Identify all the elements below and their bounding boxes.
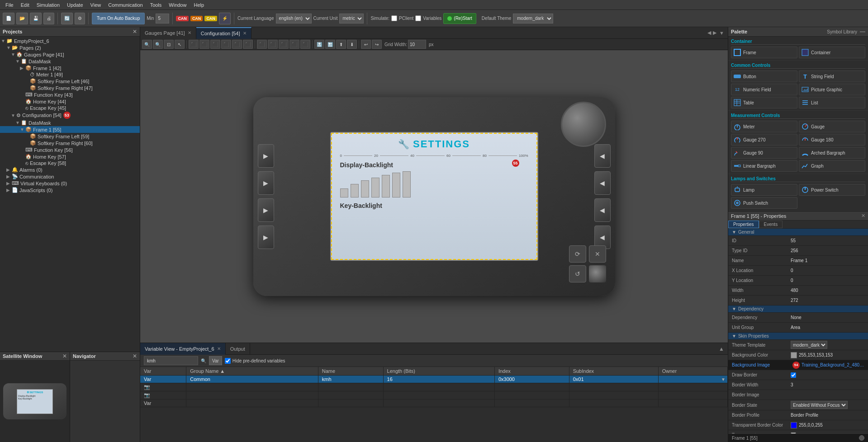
can-extra-button[interactable]: ⚡ (219, 13, 231, 24)
hide-predefined-checkbox[interactable] (225, 358, 231, 364)
menu-edit[interactable]: Edit (17, 1, 33, 9)
redo-button[interactable]: ↪ (372, 40, 382, 49)
palette-push-switch[interactable]: Push Switch (731, 197, 797, 209)
sk-left-1[interactable]: ▶ (258, 144, 274, 168)
tree-config-54[interactable]: ▼ ⚙ Configuration [54] 53 (0, 111, 140, 119)
palette-graph[interactable]: Graph (799, 160, 865, 172)
tree-pages[interactable]: ▼ 📂 Pages (2) (0, 44, 140, 51)
undo-button[interactable]: ↩ (361, 40, 371, 49)
tree-funckey-43[interactable]: ⌨ Function Key [43] (0, 91, 140, 98)
palette-container[interactable]: Container (799, 47, 865, 58)
zoom-in-button[interactable]: 🔍 (142, 40, 152, 49)
prop-group-skin[interactable]: ▼ Skin Properties (728, 333, 868, 340)
props-close[interactable]: ✕ (861, 213, 865, 219)
menu-view[interactable]: View (87, 1, 105, 9)
align-center[interactable]: ⬛ (199, 40, 209, 49)
move-forward[interactable]: ⬆ (336, 40, 346, 49)
tab-nav-next[interactable]: ▶ (713, 30, 716, 36)
new-button[interactable]: 📄 (3, 13, 14, 24)
btab-output[interactable]: Output (226, 343, 250, 355)
menu-update[interactable]: Update (63, 1, 86, 9)
tree-datamask-2[interactable]: ▼ 📋 DataMask (0, 119, 140, 126)
tab-configuration[interactable]: Configuration [54] ✕ (196, 27, 251, 39)
restart-button[interactable]: (Re)Start (443, 13, 476, 24)
symbol-library-tab[interactable]: Symbol Library (827, 29, 857, 34)
palette-table[interactable]: Table (731, 97, 797, 108)
icon-btn-3[interactable]: ↺ (569, 265, 586, 282)
distribute-h[interactable]: ⬛ (257, 40, 267, 49)
select-button[interactable]: ↖ (175, 40, 185, 49)
palette-list[interactable]: List (799, 97, 865, 108)
menu-window[interactable]: Window (165, 1, 190, 9)
tree-virtual-keyboards[interactable]: ▶ ⌨ Virtual Keyboards (0) (0, 180, 140, 187)
size-equal[interactable]: ⬛ (279, 40, 289, 49)
tree-homekey-44[interactable]: 🏠 Home Key [44] (0, 98, 140, 105)
move-back[interactable]: 🔚 (325, 40, 335, 49)
row-dropdown[interactable]: ▼ (721, 377, 726, 382)
bottom-expand[interactable]: ▲ (715, 346, 728, 352)
theme-select[interactable]: modern_dark (513, 14, 553, 24)
table-row[interactable]: Var (140, 400, 728, 407)
palette-lamp[interactable]: Lamp (731, 184, 797, 196)
prop-group-dependency[interactable]: ▼ Dependency (728, 306, 868, 313)
move-backward[interactable]: ⬇ (347, 40, 357, 49)
var-search-input[interactable] (144, 356, 198, 365)
tab-config-close[interactable]: ✕ (243, 31, 247, 36)
table-row[interactable]: 📷 (140, 391, 728, 400)
palette-gauge90[interactable]: Gauge 90 (731, 147, 797, 159)
palette-linear-bargraph[interactable]: Linear Bargraph (731, 160, 797, 172)
palette-string-field[interactable]: T String Field (799, 71, 865, 82)
tree-esckey-58[interactable]: ⎋ Escape Key [58] (0, 160, 140, 166)
prop-group-general[interactable]: ▼ General (728, 229, 868, 236)
icon-btn-1[interactable]: ⟳ (569, 245, 586, 263)
tree-softkey-left-46[interactable]: 📦 Softkey Frame Left [46] (0, 78, 140, 85)
menu-file[interactable]: File (2, 1, 17, 9)
tree-softkey-left-59[interactable]: 📦 Softkey Frame Left [59] (0, 133, 140, 140)
btab-variable-view[interactable]: Variable View - EmptyProject_6 ✕ (140, 343, 226, 355)
variables-checkbox[interactable] (415, 15, 421, 21)
unit-select[interactable]: metric (339, 14, 364, 24)
tree-gauges-page[interactable]: ▼ 🏠 Gauges Page [41] (0, 51, 140, 58)
min-input[interactable] (156, 14, 169, 24)
save-button[interactable]: 💾 (30, 13, 42, 24)
palette-numeric-field[interactable]: 12 Numeric Field (731, 84, 797, 95)
align-right[interactable]: ⬛ (210, 40, 220, 49)
palette-gauge[interactable]: Gauge (799, 121, 865, 132)
palette-picture-graphic[interactable]: Picture Graphic (799, 84, 865, 95)
grid-width-input[interactable] (408, 40, 426, 49)
open-button[interactable]: 📂 (16, 13, 28, 24)
tree-homekey-57[interactable]: 🏠 Home Key [57] (0, 153, 140, 160)
palette-power-switch[interactable]: Power Switch (799, 184, 865, 196)
props-tab-events[interactable]: Events (759, 221, 783, 228)
expand-root[interactable]: ▼ (1, 38, 5, 43)
palette-button[interactable]: Button (731, 71, 797, 82)
sk-left-3[interactable]: ▶ (258, 198, 274, 222)
distribute-v[interactable]: ⬛ (268, 40, 278, 49)
tree-esckey-45[interactable]: ⎋ Escape Key [45] (0, 105, 140, 111)
size-h[interactable]: ⬛ (300, 40, 310, 49)
navigator-close[interactable]: ✕ (133, 353, 137, 359)
align-middle[interactable]: ⬛ (232, 40, 242, 49)
table-row[interactable]: 📷 (140, 383, 728, 391)
palette-meter[interactable]: Meter (731, 121, 797, 132)
tree-alarms[interactable]: ▶ 🔔 Alarms (0) (0, 166, 140, 173)
tree-javascripts[interactable]: ▶ 📄 JavaScripts (0) (0, 187, 140, 193)
prop-theme-select[interactable]: modern_dark (791, 341, 827, 349)
prop-border-state-select[interactable]: Enabled Without Focus (791, 401, 848, 409)
settings-button[interactable]: ⚙ (75, 13, 85, 24)
sk-right-3[interactable]: ◀ (594, 198, 611, 222)
table-row[interactable]: Var Common kmh 16 0x3000 0x01 ▼ (140, 376, 728, 383)
palette-gauge180[interactable]: Gauge 180 (799, 134, 865, 146)
palette-close[interactable]: — (860, 28, 865, 35)
tab-nav-prev[interactable]: ◀ (707, 30, 711, 36)
sk-right-2[interactable]: ◀ (594, 171, 611, 195)
tree-softkey-right-60[interactable]: 📦 Softkey Frame Right [60] (0, 140, 140, 146)
sk-left-4[interactable]: ▶ (258, 226, 274, 249)
palette-frame[interactable]: Frame (731, 47, 797, 58)
language-select[interactable]: english (en) (276, 14, 312, 24)
main-knob[interactable] (561, 102, 606, 147)
tab-gauges-close[interactable]: ✕ (188, 30, 191, 35)
canvas-area[interactable]: ▶ ▶ ▶ ▶ 🔧 SETTINGS (140, 50, 728, 343)
menu-tools[interactable]: Tools (147, 1, 166, 9)
icon-btn-2[interactable]: ✕ (589, 245, 606, 263)
